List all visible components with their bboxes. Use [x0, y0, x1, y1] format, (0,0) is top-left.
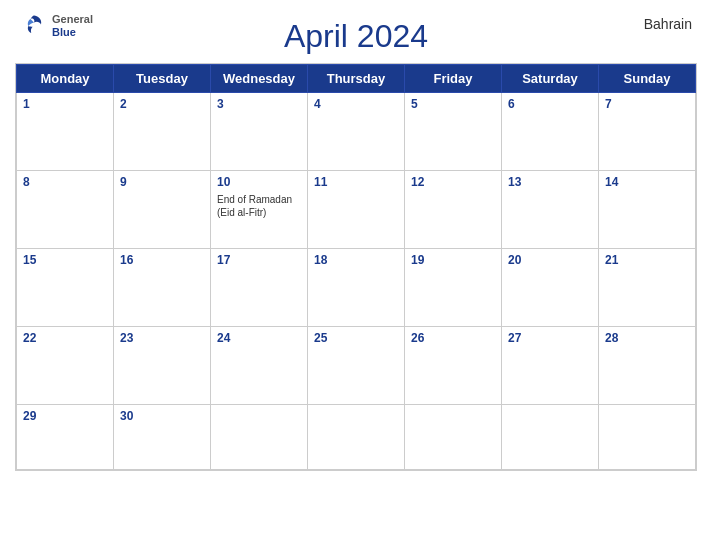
calendar-week-row: 8910End of Ramadan (Eid al-Fitr)11121314: [17, 171, 696, 249]
header-tuesday: Tuesday: [114, 65, 211, 93]
calendar-week-row: 2930: [17, 405, 696, 470]
date-number: 1: [23, 97, 107, 111]
calendar: Monday Tuesday Wednesday Thursday Friday…: [15, 63, 697, 471]
calendar-week-row: 22232425262728: [17, 327, 696, 405]
date-number: 22: [23, 331, 107, 345]
event-label: End of Ramadan (Eid al-Fitr): [217, 193, 301, 219]
date-number: 19: [411, 253, 495, 267]
calendar-day: [211, 405, 308, 470]
header-saturday: Saturday: [502, 65, 599, 93]
date-number: 2: [120, 97, 204, 111]
date-number: 25: [314, 331, 398, 345]
date-number: 6: [508, 97, 592, 111]
calendar-day: 19: [405, 249, 502, 327]
date-number: 8: [23, 175, 107, 189]
calendar-day: 24: [211, 327, 308, 405]
calendar-day: 22: [17, 327, 114, 405]
date-number: 13: [508, 175, 592, 189]
date-number: 3: [217, 97, 301, 111]
calendar-week-row: 15161718192021: [17, 249, 696, 327]
calendar-day: 9: [114, 171, 211, 249]
header-thursday: Thursday: [308, 65, 405, 93]
calendar-day: [502, 405, 599, 470]
calendar-day: 7: [599, 93, 696, 171]
calendar-day: 3: [211, 93, 308, 171]
date-number: 11: [314, 175, 398, 189]
date-number: 15: [23, 253, 107, 267]
date-number: 28: [605, 331, 689, 345]
logo-general: General: [52, 13, 93, 26]
date-number: 16: [120, 253, 204, 267]
calendar-day: 1: [17, 93, 114, 171]
calendar-day: 23: [114, 327, 211, 405]
calendar-day: 21: [599, 249, 696, 327]
calendar-day: 26: [405, 327, 502, 405]
date-number: 17: [217, 253, 301, 267]
calendar-day: 13: [502, 171, 599, 249]
header-sunday: Sunday: [599, 65, 696, 93]
calendar-day: [405, 405, 502, 470]
calendar-day: 5: [405, 93, 502, 171]
header-monday: Monday: [17, 65, 114, 93]
date-number: 24: [217, 331, 301, 345]
calendar-day: 11: [308, 171, 405, 249]
calendar-day: 6: [502, 93, 599, 171]
calendar-day: 15: [17, 249, 114, 327]
date-number: 23: [120, 331, 204, 345]
header-friday: Friday: [405, 65, 502, 93]
calendar-day: 30: [114, 405, 211, 470]
date-number: 18: [314, 253, 398, 267]
calendar-day: [599, 405, 696, 470]
calendar-day: 12: [405, 171, 502, 249]
calendar-day: 8: [17, 171, 114, 249]
calendar-day: 20: [502, 249, 599, 327]
logo: General Blue: [20, 12, 93, 40]
calendar-day: 4: [308, 93, 405, 171]
calendar-day: 16: [114, 249, 211, 327]
logo-blue: Blue: [52, 26, 93, 39]
date-number: 4: [314, 97, 398, 111]
date-number: 27: [508, 331, 592, 345]
day-headers-row: Monday Tuesday Wednesday Thursday Friday…: [17, 65, 696, 93]
calendar-day: 29: [17, 405, 114, 470]
date-number: 20: [508, 253, 592, 267]
calendar-day: 14: [599, 171, 696, 249]
date-number: 30: [120, 409, 204, 423]
calendar-title: April 2024: [284, 18, 428, 55]
date-number: 21: [605, 253, 689, 267]
calendar-day: 27: [502, 327, 599, 405]
calendar-day: [308, 405, 405, 470]
calendar-day: 2: [114, 93, 211, 171]
date-number: 5: [411, 97, 495, 111]
date-number: 29: [23, 409, 107, 423]
calendar-week-row: 1234567: [17, 93, 696, 171]
calendar-day: 17: [211, 249, 308, 327]
date-number: 26: [411, 331, 495, 345]
calendar-day: 25: [308, 327, 405, 405]
calendar-day: 18: [308, 249, 405, 327]
calendar-day: 28: [599, 327, 696, 405]
country-label: Bahrain: [644, 16, 692, 32]
date-number: 14: [605, 175, 689, 189]
date-number: 10: [217, 175, 301, 189]
calendar-day: 10End of Ramadan (Eid al-Fitr): [211, 171, 308, 249]
date-number: 9: [120, 175, 204, 189]
header-wednesday: Wednesday: [211, 65, 308, 93]
date-number: 12: [411, 175, 495, 189]
date-number: 7: [605, 97, 689, 111]
